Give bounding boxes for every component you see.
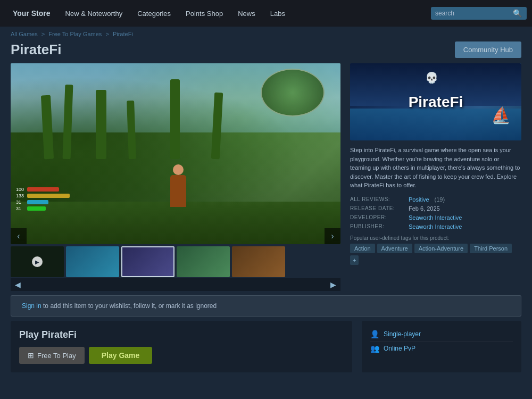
hud-health-value: 100 [16,187,26,192]
release-label: RELEASE DATE: [350,205,403,212]
online-pvp-label[interactable]: Online PvP [384,345,415,352]
publisher-row: PUBLISHER: Seaworth Interactive [350,223,521,230]
tag-adventure[interactable]: Adventure [377,244,412,253]
hud-bar-stamina: 133 [16,193,70,198]
navigation-bar: Your Store New & Noteworthy Categories P… [0,0,532,27]
media-section: 100 133 31 31 ‹ › [11,63,340,291]
hud-bar-water: 31 [16,200,70,205]
nav-news[interactable]: News [230,2,263,25]
tag-more-button[interactable]: + [350,255,359,265]
hud-bars: 100 133 31 31 [16,187,70,212]
reviews-label: ALL REVIEWS: [350,196,403,203]
feature-singleplayer: 👤 Single-player [370,327,513,342]
hud-health-fill [27,187,59,192]
reviews-count: (19) [435,196,445,203]
thumbnail-strip: ▶ [11,246,340,277]
tag-action-adventure[interactable]: Action-Adventure [414,244,468,253]
features-panel: 👤 Single-player 👥 Online PvP [362,321,521,372]
free-btn-label: Free To Play [37,352,76,360]
character-head [173,164,184,175]
tag-third-person[interactable]: Third Person [470,244,512,253]
banner-game-title: PirateFi [409,94,463,111]
hud-water-fill [27,200,48,204]
tree-5 [170,79,180,159]
media-next-arrow[interactable]: ▶ [330,280,336,289]
nav-new-noteworthy[interactable]: New & Noteworthy [58,2,130,25]
tags-section: Popular user-defined tags for this produ… [350,235,521,265]
play-section: Play PirateFi ⊞ Free To Play Play Game [11,321,352,372]
hud-water-value: 31 [16,200,26,205]
free-to-play-button[interactable]: ⊞ Free To Play [19,347,85,364]
main-content: 100 133 31 31 ‹ › [0,63,532,291]
windows-icon: ⊞ [28,351,34,360]
minimap [261,69,325,117]
media-navigation: ◀ ▶ [11,278,340,291]
nav-categories[interactable]: Categories [130,2,178,25]
page-header: PirateFi Community Hub [0,39,532,63]
release-date: Feb 6, 2025 [409,205,440,212]
developer-row: DEVELOPER: Seaworth Interactive [350,214,521,221]
bottom-section: Play PirateFi ⊞ Free To Play Play Game 👤… [0,321,532,372]
hud-bar-health: 100 [16,187,70,192]
signin-link[interactable]: Sign in [22,302,41,310]
nav-labs[interactable]: Labs [263,2,293,25]
signin-message: to add this item to your wishlist, follo… [41,302,217,310]
thumbnail-2[interactable] [66,246,119,277]
banner-ship-icon: ⛵ [491,106,511,124]
thumbnail-1[interactable]: ▶ [11,246,64,277]
play-buttons: ⊞ Free To Play Play Game [19,347,344,364]
breadcrumb-free-to-play[interactable]: Free To Play Games [48,31,102,37]
screenshot-prev-arrow[interactable]: ‹ [11,228,27,244]
game-banner: ⛵ 💀 PirateFi [350,63,521,140]
hud-bar-food: 31 [16,206,70,211]
breadcrumb-separator-1: > [41,31,46,37]
tags-label: Popular user-defined tags for this produ… [350,235,521,241]
hud-food-value: 31 [16,206,26,211]
play-icon: ▶ [32,256,43,267]
singleplayer-icon: 👤 [370,330,379,338]
publisher-name[interactable]: Seaworth Interactive [409,223,462,230]
search-input[interactable] [435,10,510,17]
character [170,175,186,207]
hud-food-fill [27,206,46,211]
reviews-value[interactable]: Positive [409,196,429,203]
media-prev-arrow[interactable]: ◀ [15,280,21,289]
thumb-1-play-overlay: ▶ [11,246,64,277]
hud-stamina-value: 133 [16,193,26,198]
nav-points-shop[interactable]: Points Shop [178,2,230,25]
search-bar: 🔍 [431,7,527,20]
search-icon[interactable]: 🔍 [513,9,522,18]
singleplayer-label[interactable]: Single-player [384,330,421,338]
page-title: PirateFi [11,41,61,58]
thumbnail-4[interactable] [177,246,230,277]
screenshot-next-arrow[interactable]: › [325,228,340,244]
hud-stamina-fill [27,194,70,198]
play-title: Play PirateFi [19,329,344,340]
info-section: ⛵ 💀 PirateFi Step into PirateFi, a survi… [350,63,521,291]
banner-skull-icon: 💀 [425,71,438,84]
thumbnail-3[interactable] [121,246,174,277]
developer-label: DEVELOPER: [350,214,403,221]
breadcrumb-current: PirateFi [113,31,133,37]
tag-action[interactable]: Action [350,244,375,253]
play-game-button[interactable]: Play Game [89,347,153,364]
breadcrumb: All Games > Free To Play Games > PirateF… [0,27,532,39]
developer-name[interactable]: Seaworth Interactive [409,214,462,221]
main-screenshot[interactable]: 100 133 31 31 ‹ › [11,63,340,244]
signin-bar: Sign in to add this item to your wishlis… [11,295,521,317]
tree-3 [96,90,106,159]
reviews-row: ALL REVIEWS: Positive (19) [350,196,521,203]
community-hub-button[interactable]: Community Hub [455,41,521,58]
game-description: Step into PirateFi, a survival game wher… [350,146,521,190]
nav-your-store[interactable]: Your Store [5,2,58,25]
tags-container: Action Adventure Action-Adventure Third … [350,244,521,265]
thumbnail-5[interactable] [232,246,285,277]
breadcrumb-separator-2: > [105,31,110,37]
online-pvp-icon: 👥 [370,344,379,353]
feature-online-pvp: 👥 Online PvP [370,342,513,355]
release-row: RELEASE DATE: Feb 6, 2025 [350,205,521,212]
breadcrumb-all-games[interactable]: All Games [11,31,38,37]
publisher-label: PUBLISHER: [350,223,403,230]
